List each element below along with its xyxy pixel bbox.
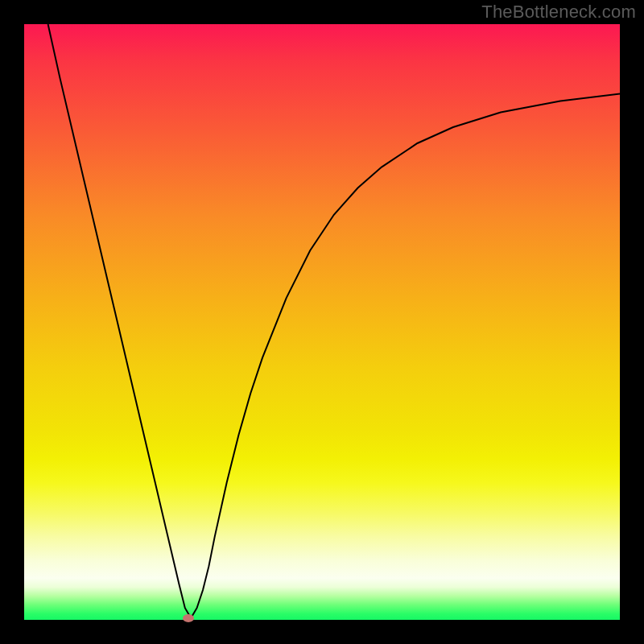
curve-path <box>48 24 620 618</box>
plot-area <box>24 24 620 620</box>
watermark-text: TheBottleneck.com <box>481 2 636 23</box>
min-marker-icon <box>183 614 194 622</box>
curve-svg <box>24 24 620 620</box>
chart-frame: TheBottleneck.com <box>0 0 644 644</box>
